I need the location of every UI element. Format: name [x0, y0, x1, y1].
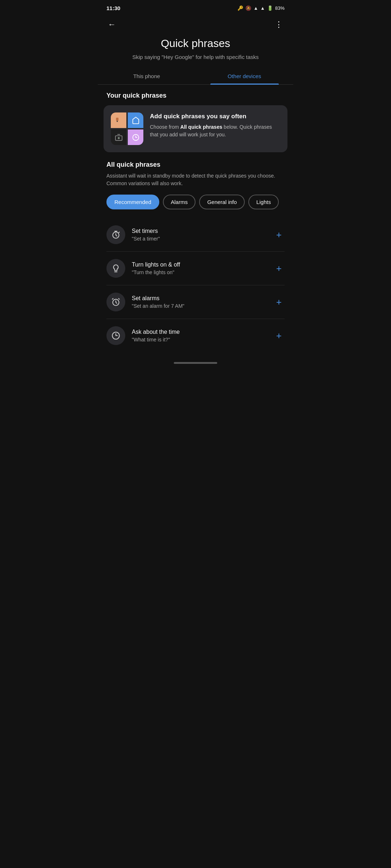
phrase-text: Ask about the time "What time is it?" [132, 329, 267, 342]
battery-icon: 🔋 [267, 5, 273, 11]
svg-point-3 [118, 137, 119, 139]
tab-other-devices[interactable]: Other devices [196, 68, 293, 84]
more-button[interactable]: ⋮ [273, 18, 285, 31]
phrase-text: Set timers "Set a timer" [132, 228, 267, 242]
phrase-list: Set timers "Set a timer" + Turn lights o… [106, 218, 285, 352]
your-phrases-section: Your quick phrases [98, 92, 293, 152]
phrase-title: Turn lights on & off [132, 261, 267, 268]
promo-card: Add quick phrases you say often Choose f… [104, 105, 287, 152]
clock-icon-wrap [106, 326, 125, 345]
grid-cell-4 [128, 129, 143, 145]
status-bar: 11:30 🔑 🔕 ▲ ▲ 🔋 83% [98, 0, 293, 14]
battery-pct: 83% [275, 5, 285, 11]
list-item: Set timers "Set a timer" + [106, 218, 285, 252]
all-phrases-heading: All quick phrases [106, 161, 285, 169]
list-item: Turn lights on & off "Turn the lights on… [106, 252, 285, 285]
top-bar: ← ⋮ [98, 14, 293, 34]
chip-alarms[interactable]: Alarms [163, 195, 196, 209]
filter-chips: Recommended Alarms General info Lights [106, 195, 285, 209]
add-turn-lights-button[interactable]: + [273, 261, 285, 276]
phrase-text: Turn lights on & off "Turn the lights on… [132, 261, 267, 275]
phrase-example: "Turn the lights on" [132, 269, 267, 275]
list-item: Ask about the time "What time is it?" + [106, 319, 285, 352]
svg-rect-0 [116, 118, 118, 120]
chip-general-info[interactable]: General info [199, 195, 245, 209]
phrase-title: Set timers [132, 228, 267, 234]
light-icon-wrap [106, 259, 125, 278]
promo-title: Add quick phrases you say often [150, 112, 280, 120]
phrase-example: "What time is it?" [132, 337, 267, 342]
signal-icon: ▲ [260, 5, 265, 11]
lightbulb-icon [111, 264, 121, 273]
home-indicator [98, 352, 293, 370]
page-title: Quick phrases [106, 37, 285, 50]
phrase-title: Set alarms [132, 295, 267, 302]
page-subtitle: Skip saying "Hey Google" for help with s… [112, 53, 279, 61]
chip-lights[interactable]: Lights [248, 195, 279, 209]
chip-recommended[interactable]: Recommended [106, 195, 159, 209]
all-phrases-desc: Assistant will wait in standby mode to d… [106, 172, 285, 187]
grid-cell-1 [111, 112, 126, 128]
phrase-title: Ask about the time [132, 329, 267, 335]
promo-text: Add quick phrases you say often Choose f… [150, 112, 280, 139]
add-set-timers-button[interactable]: + [273, 228, 285, 242]
tab-this-phone[interactable]: This phone [98, 68, 196, 84]
phrase-text: Set alarms "Set an alarm for 7 AM" [132, 295, 267, 309]
svg-point-1 [117, 120, 118, 122]
phrase-example: "Set a timer" [132, 236, 267, 242]
back-button[interactable]: ← [106, 18, 117, 31]
add-set-alarms-button[interactable]: + [273, 295, 285, 309]
timer-icon-wrap [106, 225, 125, 244]
alarm-icon [111, 297, 121, 307]
alarm-icon-wrap [106, 293, 125, 311]
list-item: Set alarms "Set an alarm for 7 AM" + [106, 285, 285, 319]
mute-icon: 🔕 [245, 5, 251, 11]
add-ask-time-button[interactable]: + [273, 329, 285, 343]
phrase-example: "Set an alarm for 7 AM" [132, 303, 267, 309]
clock-icon [111, 331, 121, 340]
wifi-icon: ▲ [253, 5, 258, 11]
key-icon: 🔑 [237, 5, 243, 11]
promo-icon-grid [111, 112, 143, 145]
your-phrases-heading: Your quick phrases [98, 92, 293, 105]
all-phrases-section: All quick phrases Assistant will wait in… [98, 161, 293, 352]
grid-cell-3 [111, 129, 126, 145]
timer-icon [111, 230, 121, 239]
status-time: 11:30 [106, 5, 120, 11]
home-bar [174, 362, 217, 364]
tabs: This phone Other devices [98, 68, 293, 85]
status-icons: 🔑 🔕 ▲ ▲ 🔋 83% [237, 5, 285, 11]
grid-cell-2 [128, 112, 143, 128]
promo-body: Choose from All quick phrases below. Qui… [150, 123, 280, 139]
